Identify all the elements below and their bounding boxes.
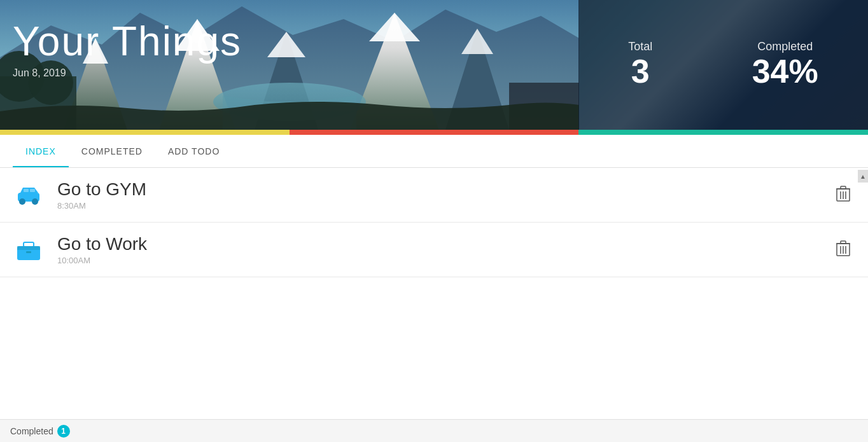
delete-button-1[interactable] — [831, 181, 855, 210]
total-value: 3 — [628, 53, 652, 90]
svg-point-18 — [19, 198, 25, 205]
header-date: Jun 8, 2019 — [13, 67, 242, 79]
color-bar — [0, 130, 868, 135]
delete-button-2[interactable] — [831, 235, 855, 265]
color-bar-teal — [578, 130, 868, 135]
todo-title-2: Go to Work — [57, 234, 831, 254]
header: Your Things Jun 8, 2019 Total 3 Complete… — [0, 0, 868, 130]
todo-icon-briefcase — [13, 238, 45, 261]
footer-completed-badge: 1 — [57, 425, 70, 438]
page-wrapper: Your Things Jun 8, 2019 Total 3 Complete… — [0, 0, 868, 442]
footer: Completed 1 — [0, 419, 868, 442]
color-bar-red — [290, 130, 579, 135]
todo-time-1: 8:30AM — [57, 201, 831, 211]
svg-point-19 — [32, 198, 38, 205]
tab-add-todo[interactable]: ADD TODO — [155, 135, 232, 167]
todo-item: Go to Work 10:00AM — [0, 223, 868, 277]
color-bar-yellow — [0, 130, 290, 135]
completed-stat-label: Completed — [752, 40, 818, 53]
svg-rect-31 — [26, 251, 31, 253]
nav-tabs: INDEX COMPLETED ADD TODO — [0, 135, 868, 168]
todo-icon-car — [13, 185, 45, 205]
svg-rect-30 — [17, 246, 40, 250]
page-title: Your Things — [13, 19, 242, 64]
svg-rect-21 — [30, 189, 35, 192]
todo-info-2: Go to Work 10:00AM — [57, 234, 831, 265]
briefcase-icon — [15, 238, 42, 261]
todo-title-1: Go to GYM — [57, 179, 831, 200]
car-icon — [15, 185, 42, 205]
todo-item: Go to GYM 8:30AM — [0, 168, 868, 223]
trash-icon-1 — [836, 186, 850, 202]
todo-info-1: Go to GYM 8:30AM — [57, 179, 831, 211]
completed-stat: Completed 34% — [752, 40, 818, 90]
footer-completed-label: Completed — [10, 426, 53, 436]
svg-rect-29 — [24, 242, 34, 247]
todo-time-2: 10:00AM — [57, 256, 831, 265]
total-stat: Total 3 — [628, 40, 652, 90]
total-label: Total — [628, 40, 652, 53]
scroll-indicator[interactable]: ▲ — [858, 170, 868, 183]
tab-index[interactable]: INDEX — [13, 135, 69, 167]
tab-completed[interactable]: COMPLETED — [69, 135, 155, 167]
todo-list: Go to GYM 8:30AM — [0, 168, 868, 442]
completed-stat-value: 34% — [752, 53, 818, 90]
svg-rect-20 — [24, 189, 29, 192]
trash-icon-2 — [836, 240, 850, 257]
header-stats: Total 3 Completed 34% — [578, 0, 868, 130]
header-text-block: Your Things Jun 8, 2019 — [0, 0, 255, 85]
